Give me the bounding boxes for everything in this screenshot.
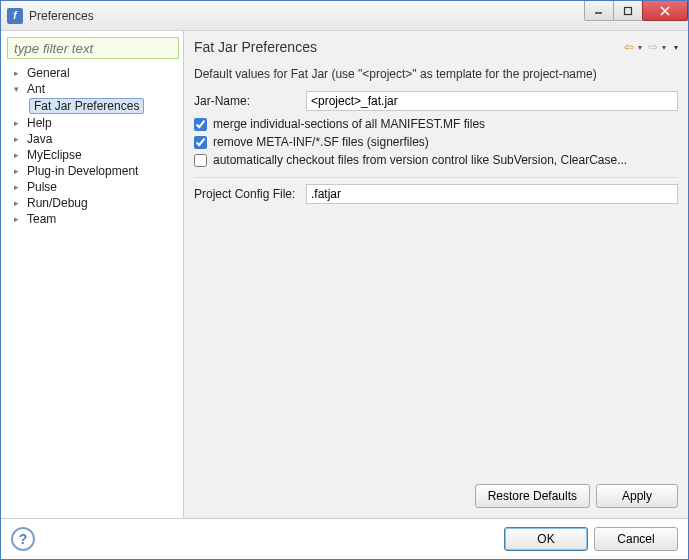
filter-input[interactable] (7, 37, 179, 59)
jar-name-row: Jar-Name: (194, 91, 678, 111)
close-icon (659, 5, 671, 17)
forward-menu-icon[interactable]: ▾ (662, 43, 666, 52)
minimize-icon (594, 6, 604, 16)
help-icon[interactable]: ? (11, 527, 35, 551)
tree-item[interactable]: ▸Plug-in Development (7, 163, 179, 179)
maximize-icon (623, 6, 633, 16)
jar-name-input[interactable] (306, 91, 678, 111)
minimize-button[interactable] (584, 1, 614, 21)
config-file-row: Project Config File: (194, 184, 678, 204)
window-buttons (585, 1, 688, 21)
expand-icon[interactable]: ▸ (11, 134, 21, 144)
tree-item-label: Help (23, 116, 56, 130)
remove-sf-checkbox-label[interactable]: remove META-INF/*.SF files (signerfiles) (213, 135, 429, 149)
cancel-button[interactable]: Cancel (594, 527, 678, 551)
auto-checkout-checkbox-label[interactable]: automatically checkout files from versio… (213, 153, 627, 167)
jar-name-label: Jar-Name: (194, 94, 306, 108)
merge-checkbox-label[interactable]: merge individual-sections of all MANIFES… (213, 117, 485, 131)
tree-item-label: Java (23, 132, 56, 146)
panel-body: Default values for Fat Jar (use "<projec… (184, 61, 688, 518)
tree-item[interactable]: ▸General (7, 65, 179, 81)
close-button[interactable] (642, 1, 688, 21)
tree-item[interactable]: ▸Run/Debug (7, 195, 179, 211)
tree-item[interactable]: Fat Jar Preferences (7, 97, 179, 115)
panel-description: Default values for Fat Jar (use "<projec… (194, 67, 678, 81)
ok-button[interactable]: OK (504, 527, 588, 551)
app-icon: f (7, 8, 23, 24)
panel: Fat Jar Preferences ⇦ ▾ ⇨ ▾ ▾ Default va… (184, 31, 688, 518)
tree-item-label: Plug-in Development (23, 164, 142, 178)
expand-icon[interactable]: ▸ (11, 118, 21, 128)
config-file-input[interactable] (306, 184, 678, 204)
maximize-button[interactable] (613, 1, 643, 21)
restore-defaults-button[interactable]: Restore Defaults (475, 484, 590, 508)
dialog-footer: ? OK Cancel (1, 518, 688, 559)
tree-item-label: Team (23, 212, 60, 226)
collapse-icon[interactable]: ▾ (11, 84, 21, 94)
forward-icon: ⇨ (646, 40, 660, 54)
merge-checkbox-row: merge individual-sections of all MANIFES… (194, 117, 678, 131)
preferences-tree[interactable]: ▸General▾AntFat Jar Preferences▸Help▸Jav… (7, 63, 179, 512)
tree-item-label: Run/Debug (23, 196, 92, 210)
preferences-window: f Preferences ▸General▾AntFat Jar Prefer… (0, 0, 689, 560)
config-file-label: Project Config File: (194, 187, 306, 201)
remove-sf-checkbox[interactable] (194, 136, 207, 149)
expand-icon[interactable]: ▸ (11, 68, 21, 78)
sidebar: ▸General▾AntFat Jar Preferences▸Help▸Jav… (1, 31, 184, 518)
tree-item[interactable]: ▸Java (7, 131, 179, 147)
apply-button[interactable]: Apply (596, 484, 678, 508)
tree-item[interactable]: ▸Help (7, 115, 179, 131)
expand-icon[interactable]: ▸ (11, 150, 21, 160)
auto-checkout-checkbox-row: automatically checkout files from versio… (194, 153, 678, 167)
back-icon[interactable]: ⇦ (622, 40, 636, 54)
tree-item-label: MyEclipse (23, 148, 86, 162)
tree-item[interactable]: ▸MyEclipse (7, 147, 179, 163)
expand-icon[interactable]: ▸ (11, 198, 21, 208)
panel-footer: Restore Defaults Apply (194, 476, 678, 518)
window-title: Preferences (29, 9, 585, 23)
expand-icon[interactable]: ▸ (11, 182, 21, 192)
remove-sf-checkbox-row: remove META-INF/*.SF files (signerfiles) (194, 135, 678, 149)
separator (194, 177, 678, 178)
tree-item-label: Ant (23, 82, 49, 96)
view-menu-icon[interactable]: ▾ (674, 43, 678, 52)
auto-checkout-checkbox[interactable] (194, 154, 207, 167)
tree-item[interactable]: ▸Pulse (7, 179, 179, 195)
tree-item[interactable]: ▾Ant (7, 81, 179, 97)
tree-item-label: General (23, 66, 74, 80)
tree-item[interactable]: ▸Team (7, 211, 179, 227)
expand-icon[interactable]: ▸ (11, 166, 21, 176)
tree-item-label: Fat Jar Preferences (29, 98, 144, 114)
merge-checkbox[interactable] (194, 118, 207, 131)
panel-header: Fat Jar Preferences ⇦ ▾ ⇨ ▾ ▾ (184, 31, 688, 61)
content: ▸General▾AntFat Jar Preferences▸Help▸Jav… (1, 31, 688, 518)
titlebar: f Preferences (1, 1, 688, 31)
tree-item-label: Pulse (23, 180, 61, 194)
expand-icon[interactable]: ▸ (11, 214, 21, 224)
svg-rect-1 (625, 7, 632, 14)
panel-title: Fat Jar Preferences (194, 39, 618, 55)
back-menu-icon[interactable]: ▾ (638, 43, 642, 52)
